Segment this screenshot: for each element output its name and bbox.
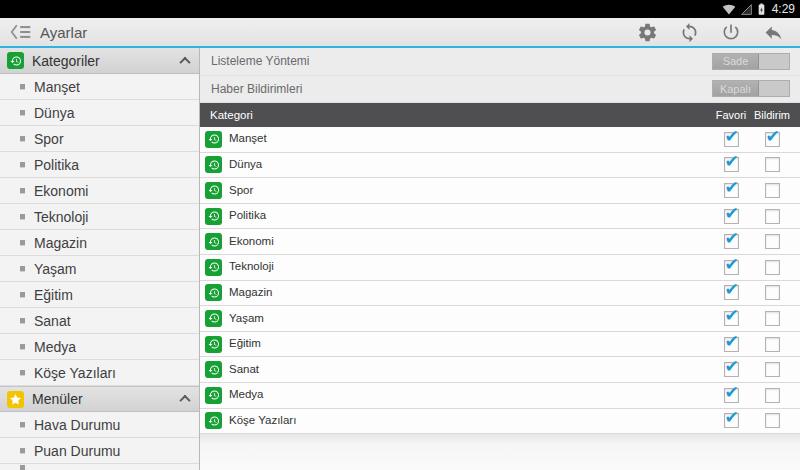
table-row: Magazin bbox=[200, 281, 800, 307]
favorite-checkbox[interactable] bbox=[724, 413, 739, 428]
app-screen: 4:29 Ayarlar bbox=[0, 0, 800, 470]
bullet-icon bbox=[20, 136, 25, 141]
bullet-icon bbox=[20, 266, 25, 271]
notification-checkbox[interactable] bbox=[765, 132, 780, 147]
refresh-icon bbox=[679, 22, 700, 43]
switch-thumb-label: Kapalı bbox=[713, 81, 759, 96]
sidebar-item-label: Manşet bbox=[34, 79, 80, 95]
favorite-checkbox[interactable] bbox=[724, 234, 739, 249]
category-label: Medya bbox=[229, 388, 264, 402]
table-row: Dünya bbox=[200, 153, 800, 179]
bullet-icon bbox=[20, 84, 25, 89]
sidebar-item[interactable]: Manşet bbox=[0, 74, 199, 100]
notification-checkbox[interactable] bbox=[765, 362, 780, 377]
preference-row: Listeleme Yöntemi Sade bbox=[200, 48, 800, 76]
refresh-button[interactable] bbox=[668, 18, 710, 46]
notification-checkbox[interactable] bbox=[765, 337, 780, 352]
bullet-icon bbox=[20, 110, 25, 115]
sidebar-item[interactable]: Köşe Yazıları bbox=[0, 360, 199, 386]
star-icon bbox=[7, 391, 24, 408]
category-label: Magazin bbox=[229, 286, 272, 300]
sidebar-item-label: Yaşam bbox=[34, 261, 77, 277]
category-label: Teknoloji bbox=[229, 260, 274, 274]
settings-button[interactable] bbox=[626, 18, 668, 46]
power-button[interactable] bbox=[710, 18, 752, 46]
chevron-up-icon bbox=[179, 56, 190, 67]
back-arrow-icon bbox=[763, 22, 784, 43]
history-icon bbox=[205, 361, 222, 378]
history-icon bbox=[7, 52, 24, 69]
sidebar-item-label: Politika bbox=[34, 157, 79, 173]
preference-label: Haber Bildirimleri bbox=[211, 82, 302, 96]
category-label: Sanat bbox=[229, 363, 259, 377]
notification-checkbox[interactable] bbox=[765, 260, 780, 275]
bullet-icon bbox=[20, 240, 25, 245]
table-row: Köşe Yazıları bbox=[200, 409, 800, 435]
favorite-checkbox[interactable] bbox=[724, 388, 739, 403]
notification-checkbox[interactable] bbox=[765, 311, 780, 326]
bullet-icon bbox=[20, 465, 25, 470]
favorite-checkbox[interactable] bbox=[724, 157, 739, 172]
sidebar-item-partial[interactable] bbox=[0, 464, 199, 470]
sidebar-item-label: Hava Durumu bbox=[34, 417, 120, 433]
action-bar-buttons bbox=[626, 18, 794, 46]
sidebar-item[interactable]: Yaşam bbox=[0, 256, 199, 282]
sidebar-item[interactable]: Dünya bbox=[0, 100, 199, 126]
favorite-checkbox[interactable] bbox=[724, 260, 739, 275]
preference-switch[interactable]: Sade bbox=[712, 53, 790, 70]
sidebar-item[interactable]: Hava Durumu bbox=[0, 412, 199, 438]
bullet-icon bbox=[20, 422, 25, 427]
column-header-notification: Bildirim bbox=[750, 109, 794, 121]
sidebar-item-label: Magazin bbox=[34, 235, 87, 251]
notification-checkbox[interactable] bbox=[765, 234, 780, 249]
sidebar-item[interactable]: Medya bbox=[0, 334, 199, 360]
chevron-up-icon bbox=[179, 395, 190, 406]
favorite-checkbox[interactable] bbox=[724, 337, 739, 352]
favorite-checkbox[interactable] bbox=[724, 362, 739, 377]
sidebar-section-menuler[interactable]: Menüler bbox=[0, 386, 199, 412]
category-label: Manşet bbox=[229, 132, 267, 146]
sidebar-item-label: Teknoloji bbox=[34, 209, 88, 225]
favorite-checkbox[interactable] bbox=[724, 183, 739, 198]
notification-checkbox[interactable] bbox=[765, 183, 780, 198]
up-button[interactable]: Ayarlar bbox=[4, 18, 93, 46]
preference-switch[interactable]: Kapalı bbox=[712, 80, 790, 97]
notification-checkbox[interactable] bbox=[765, 157, 780, 172]
category-label: Politika bbox=[229, 209, 266, 223]
history-icon bbox=[205, 182, 222, 199]
sidebar-section-kategoriler[interactable]: Kategoriler bbox=[0, 48, 199, 74]
sidebar-item-label: Köşe Yazıları bbox=[34, 365, 116, 381]
sidebar-item[interactable]: Eğitim bbox=[0, 282, 199, 308]
sidebar-item[interactable]: Ekonomi bbox=[0, 178, 199, 204]
bullet-icon bbox=[20, 344, 25, 349]
sidebar-item[interactable]: Magazin bbox=[0, 230, 199, 256]
category-label: Ekonomi bbox=[229, 235, 274, 249]
sidebar-item[interactable]: Teknoloji bbox=[0, 204, 199, 230]
page-title: Ayarlar bbox=[40, 24, 87, 41]
sidebar-item[interactable]: Spor bbox=[0, 126, 199, 152]
notification-checkbox[interactable] bbox=[765, 285, 780, 300]
sidebar-item[interactable]: Politika bbox=[0, 152, 199, 178]
favorite-checkbox[interactable] bbox=[724, 209, 739, 224]
preference-label: Listeleme Yöntemi bbox=[211, 54, 310, 68]
bullet-icon bbox=[20, 318, 25, 323]
notification-checkbox[interactable] bbox=[765, 388, 780, 403]
sidebar-item-label: Eğitim bbox=[34, 287, 73, 303]
sidebar-section-label: Menüler bbox=[32, 391, 173, 407]
favorite-checkbox[interactable] bbox=[724, 132, 739, 147]
back-button[interactable] bbox=[752, 18, 794, 46]
favorite-checkbox[interactable] bbox=[724, 285, 739, 300]
sidebar-item[interactable]: Puan Durumu bbox=[0, 438, 199, 464]
table-row: Sanat bbox=[200, 357, 800, 383]
switch-track bbox=[759, 54, 789, 69]
table-row: Yaşam bbox=[200, 306, 800, 332]
bullet-icon bbox=[20, 448, 25, 453]
notification-checkbox[interactable] bbox=[765, 209, 780, 224]
column-header-category: Kategori bbox=[210, 109, 712, 121]
sidebar-item[interactable]: Sanat bbox=[0, 308, 199, 334]
table-row: Politika bbox=[200, 204, 800, 230]
history-icon bbox=[205, 336, 222, 353]
notification-checkbox[interactable] bbox=[765, 413, 780, 428]
favorite-checkbox[interactable] bbox=[724, 311, 739, 326]
settings-list: Listeleme Yöntemi Sade Haber Bildirimler… bbox=[200, 48, 800, 103]
